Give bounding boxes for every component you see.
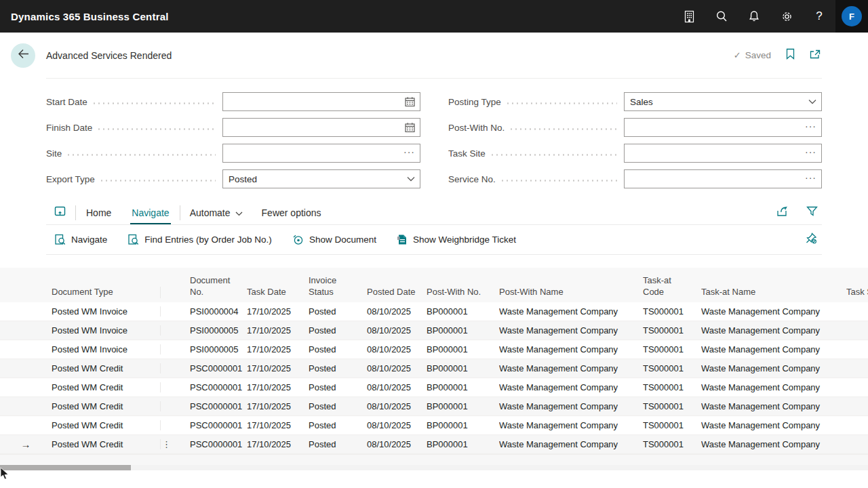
assist-edit-icon[interactable]: ··· [805,121,816,134]
col-header-task_at_code[interactable]: Task-at Code [643,275,701,298]
col-header-task_site[interactable]: Task Site [846,287,868,298]
export-type-field[interactable] [223,170,420,188]
post-with-no-field[interactable] [625,119,821,136]
cell-posted_date: 08/10/2025 [367,382,427,392]
table-row[interactable]: →Posted WM Credit⋮PSC000000117/10/2025Po… [0,435,868,454]
col-header-task_date[interactable]: Task Date [247,287,309,298]
cell-invoice_status: Posted [309,306,367,317]
show-document-action[interactable]: Show Document [292,234,376,245]
table-row[interactable]: Posted WM CreditPSC000000117/10/2025Post… [0,397,868,416]
cell-doc_no: PSI0000005 [190,325,247,336]
cell-post_with_no: BP000001 [427,363,499,373]
row-selector[interactable]: → [0,439,52,450]
unpin-button[interactable] [805,232,822,247]
avatar: F [842,6,862,26]
tab-navigate[interactable]: Navigate [130,201,170,224]
table-row[interactable]: Posted WM InvoicePSI000000417/10/2025Pos… [0,302,868,321]
col-header-task_at_name[interactable]: Task-at Name [701,287,846,298]
cell-invoice_status: Posted [309,363,367,373]
assist-edit-icon[interactable]: ··· [805,173,816,185]
row-menu[interactable]: ⋮ [161,439,190,449]
show-document-icon [292,234,304,245]
posting-type-select[interactable] [624,92,822,111]
app-title[interactable]: Dynamics 365 Business Central [11,11,169,22]
post-with-no-input[interactable]: ··· [624,118,822,137]
site-field[interactable] [223,144,420,162]
col-header-post_with_no[interactable]: Post-With No. [427,287,499,298]
cell-invoice_status: Posted [309,344,367,354]
notifications-button[interactable] [738,0,770,33]
fewer-options-button[interactable]: Fewer options [262,201,321,224]
navigate-action[interactable]: Navigate [54,234,107,245]
cell-doc_no: PSI0000005 [190,344,247,354]
calendar-icon[interactable] [405,123,415,133]
start-date-input[interactable] [222,92,420,111]
table-row[interactable]: Posted WM CreditPSC000000117/10/2025Post… [0,359,868,378]
col-header-doc_no[interactable]: Document No. [190,275,247,298]
filter-column-left: Start Date Finish Date Site [46,92,420,195]
task-site-field[interactable] [625,144,821,162]
service-no-input[interactable]: ··· [624,169,822,188]
table-row[interactable]: Posted WM InvoicePSI000000517/10/2025Pos… [0,340,868,359]
action-bar-toggle-button[interactable] [54,205,66,220]
tab-home[interactable]: Home [85,201,113,224]
field-posting-type: Posting Type [448,92,822,111]
table-row[interactable]: Posted WM InvoicePSI000000517/10/2025Pos… [0,321,868,340]
col-header-invoice_status[interactable]: Invoice Status [309,275,367,298]
task-site-input[interactable]: ··· [624,144,822,163]
posting-type-field[interactable] [625,93,821,110]
chevron-down-icon[interactable] [808,99,816,104]
cell-doc_type: Posted WM Invoice [52,306,161,317]
cell-posted_date: 08/10/2025 [367,344,427,354]
col-header-post_with_name[interactable]: Post-With Name [499,287,643,298]
cell-invoice_status: Posted [309,382,367,392]
filter-button[interactable] [806,206,818,220]
assist-edit-icon[interactable]: ··· [403,147,415,159]
chevron-down-icon[interactable] [407,176,415,182]
calendar-icon[interactable] [405,97,415,107]
company-button[interactable] [673,0,705,33]
cell-post_with_name: Waste Management Company [499,420,643,430]
help-button[interactable]: ? [803,0,835,33]
find-entries-action[interactable]: Find Entries (by Order Job No.) [127,234,272,245]
service-no-field[interactable] [625,170,821,188]
back-button[interactable] [11,43,35,68]
cell-doc_no: PSC0000001 [190,382,247,392]
bookmark-button[interactable] [786,48,795,62]
col-header-doc_type[interactable]: Document Type [52,287,161,298]
cell-posted_date: 08/10/2025 [367,306,427,317]
show-weighbridge-ticket-action[interactable]: Show Weighbridge Ticket [397,234,516,245]
cell-task_date: 17/10/2025 [247,325,309,336]
bookmark-icon [786,48,795,62]
horizontal-scrollbar[interactable] [0,465,868,470]
scrollbar-thumb[interactable] [0,465,131,470]
export-type-select[interactable] [222,169,420,188]
cell-task_date: 17/10/2025 [247,401,309,411]
cell-invoice_status: Posted [309,401,367,411]
row-kebab-menu-icon[interactable]: ⋮ [161,439,183,449]
cell-task_date: 17/10/2025 [247,306,309,317]
account-button[interactable]: F [835,0,868,33]
table-row[interactable]: Posted WM CreditPSC000000117/10/2025Post… [0,378,868,397]
menu-automate[interactable]: Automate [190,201,243,224]
col-header-posted_date[interactable]: Posted Date [367,287,427,298]
cell-task_at_name: Waste Management Company [701,401,846,411]
search-button[interactable] [705,0,738,33]
cell-posted_date: 08/10/2025 [367,363,427,373]
site-input[interactable]: ··· [222,144,420,163]
start-date-field[interactable] [223,93,420,110]
dotted-leader [507,102,617,104]
cell-invoice_status: Posted [309,439,367,449]
assist-edit-icon[interactable]: ··· [805,147,816,159]
cell-task_date: 17/10/2025 [247,382,309,392]
bell-icon [748,10,760,22]
settings-button[interactable] [770,0,803,33]
finish-date-input[interactable] [222,118,420,137]
open-in-new-window-button[interactable] [810,49,821,62]
cell-post_with_no: BP000001 [427,344,499,354]
ribbon-tab-row: Home Navigate Automate Fewer options [46,201,822,225]
share-button[interactable] [776,205,789,220]
table-row[interactable]: Posted WM CreditPSC000000117/10/2025Post… [0,416,868,435]
finish-date-field[interactable] [223,119,420,136]
field-label: Task Site [448,148,486,159]
